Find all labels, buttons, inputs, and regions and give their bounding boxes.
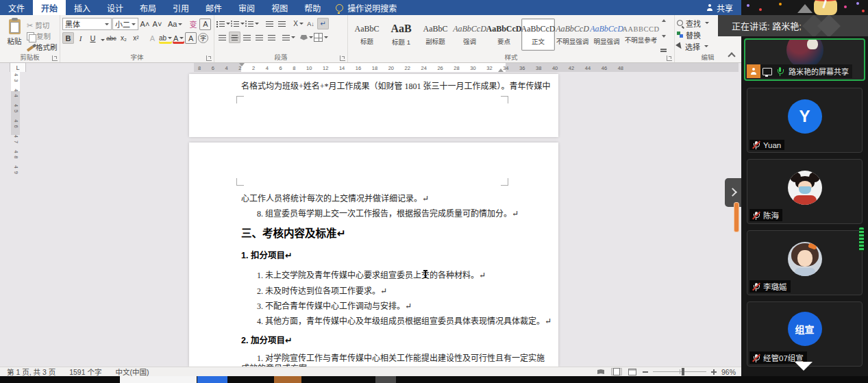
justify-button[interactable] bbox=[253, 32, 265, 43]
collapse-ribbon-button[interactable] bbox=[728, 52, 736, 58]
vertical-scrollbar-thumb[interactable] bbox=[734, 202, 739, 232]
horizontal-ruler[interactable]: L 8 6 4 2 2 4 6 8 10 12 14 16 18 20 22 2… bbox=[0, 63, 741, 72]
tab-references[interactable]: 引用 bbox=[164, 0, 197, 15]
scroll-down-indicator[interactable] bbox=[795, 362, 813, 371]
align-left-icon bbox=[219, 34, 226, 41]
align-left-button[interactable] bbox=[216, 32, 228, 43]
page-indicator[interactable]: 第 1 页, 共 3 页 bbox=[7, 367, 55, 377]
line-spacing-button[interactable] bbox=[282, 32, 295, 43]
distribute-button[interactable] bbox=[266, 32, 277, 43]
document-page-1[interactable]: 名格式均为班级+姓名+*月工作成果（如财管 1801 张三十一月工作成果）。青年… bbox=[189, 74, 558, 137]
increase-indent-button[interactable] bbox=[276, 18, 288, 29]
underline-button[interactable]: U bbox=[87, 32, 99, 44]
strikethrough-button[interactable]: abc bbox=[106, 32, 117, 44]
styles-dialog-launcher[interactable] bbox=[667, 55, 672, 61]
font-size-select[interactable]: 小二 bbox=[112, 18, 138, 30]
document-text-line: 8. 组宣委员每学期上交一次工作报告，根据报告完成质量可酌情加分。↵ bbox=[257, 207, 519, 219]
copy-button[interactable]: 复制 bbox=[27, 31, 58, 41]
tab-review[interactable]: 审阅 bbox=[230, 0, 263, 15]
style-chip-strong[interactable]: AaBbCcD要点 bbox=[487, 18, 521, 51]
vertical-ruler[interactable]: 43 44 45 46 47 48 49 bbox=[11, 72, 20, 135]
language-indicator[interactable]: 中文(中国) bbox=[115, 367, 149, 377]
screen-share-label: 路米艳的屏幕共享 bbox=[747, 64, 852, 78]
paste-button[interactable]: 粘贴 bbox=[2, 18, 27, 53]
video-tile-participant[interactable]: 组宣 经管07组宣 bbox=[747, 301, 863, 367]
zoom-level[interactable]: 96% bbox=[721, 368, 736, 376]
font-dialog-launcher[interactable] bbox=[206, 55, 212, 61]
style-chip-title[interactable]: AaBbC标题 bbox=[350, 18, 384, 51]
video-tile-participant[interactable]: 陈海 bbox=[747, 159, 863, 224]
video-tile-participant[interactable]: Y Yuan bbox=[747, 88, 863, 153]
document-page-2[interactable]: 心工作人员将统计每次的上交情况并做详细记录。↵ 8. 组宣委员每学期上交一次工作… bbox=[189, 143, 558, 367]
align-center-button[interactable] bbox=[229, 32, 240, 43]
font-name-select[interactable]: 黑体 bbox=[62, 18, 112, 30]
sort-button[interactable]: A↓ bbox=[305, 18, 317, 29]
shading-button[interactable] bbox=[300, 32, 313, 43]
print-layout-button[interactable] bbox=[611, 368, 622, 375]
first-line-indent-marker[interactable] bbox=[239, 63, 245, 66]
decrease-indent-button[interactable] bbox=[264, 18, 275, 29]
asian-layout-button[interactable]: X bbox=[293, 18, 304, 29]
zoom-out-button[interactable] bbox=[643, 371, 648, 373]
tab-layout[interactable]: 布局 bbox=[132, 0, 164, 15]
shrink-font-button[interactable]: A˅ bbox=[151, 18, 163, 30]
style-label: 不明显参考 bbox=[625, 35, 658, 45]
multilevel-list-button[interactable] bbox=[245, 18, 259, 29]
style-chip-subtle-emphasis[interactable]: AaBbCcD不明显强调 bbox=[556, 18, 589, 51]
read-mode-button[interactable] bbox=[595, 368, 606, 375]
video-tile-screen-share[interactable]: 路米艳的屏幕共享 bbox=[744, 38, 865, 81]
style-chip-emphasis[interactable]: AaBbCcD强调 bbox=[453, 18, 486, 51]
cut-button[interactable]: ✂剪切 bbox=[27, 20, 58, 30]
character-border-button[interactable]: A bbox=[199, 18, 211, 30]
borders-button[interactable] bbox=[314, 32, 328, 43]
style-chip-intense-emphasis[interactable]: AaBbCcD明显强调 bbox=[590, 18, 623, 51]
superscript-button[interactable]: x² bbox=[130, 32, 142, 44]
tab-home[interactable]: 开始 bbox=[33, 0, 66, 15]
show-hide-marks-button[interactable]: ↵ bbox=[317, 18, 329, 29]
numbering-button[interactable] bbox=[231, 18, 245, 29]
share-label: 共享 bbox=[717, 2, 733, 14]
style-chip-subtle-reference[interactable]: AABBCCD不明显参考 bbox=[624, 18, 658, 51]
bold-button[interactable]: B bbox=[62, 32, 74, 44]
select-button[interactable]: 选择 bbox=[677, 41, 739, 51]
tab-insert[interactable]: 插入 bbox=[66, 0, 99, 15]
italic-button[interactable]: I bbox=[75, 32, 86, 44]
video-tile-participant[interactable]: 李璐媱 bbox=[747, 230, 863, 295]
zoom-in-button[interactable] bbox=[711, 369, 717, 375]
zoom-slider-thumb[interactable] bbox=[682, 368, 684, 375]
styles-scroll-up-button[interactable] bbox=[662, 19, 666, 22]
styles-scroll-down-button[interactable] bbox=[662, 35, 666, 38]
zoom-slider[interactable] bbox=[653, 371, 706, 372]
bullets-button[interactable] bbox=[216, 18, 230, 29]
style-sample: AABBCCD bbox=[622, 25, 659, 33]
word-count[interactable]: 1591 个字 bbox=[69, 367, 101, 377]
web-layout-icon bbox=[628, 369, 636, 375]
style-chip-subtitle[interactable]: AaBbC副标题 bbox=[419, 18, 452, 51]
font-color-button[interactable]: A bbox=[173, 32, 184, 44]
phonetic-guide-button[interactable]: 变 bbox=[187, 18, 199, 30]
format-painter-button[interactable]: 格式刷 bbox=[27, 42, 58, 52]
confetti-dot bbox=[779, 3, 782, 5]
tab-view[interactable]: 视图 bbox=[263, 0, 296, 15]
tab-file[interactable]: 文件 bbox=[0, 0, 33, 15]
character-shading-button[interactable]: A bbox=[185, 32, 197, 44]
subscript-button[interactable]: x₂ bbox=[118, 32, 129, 44]
clipboard-group-label: 剪贴板 bbox=[0, 52, 60, 62]
tab-design[interactable]: 设计 bbox=[99, 0, 132, 15]
tab-help[interactable]: 帮助 bbox=[296, 0, 329, 15]
tab-mailings[interactable]: 邮件 bbox=[197, 0, 230, 15]
clear-formatting-button[interactable]: A bbox=[147, 32, 158, 44]
text-highlight-button[interactable]: ab bbox=[159, 32, 172, 44]
cursor-arrow-icon bbox=[675, 42, 684, 51]
enclose-characters-button[interactable]: 字 bbox=[197, 32, 209, 44]
style-chip-heading1[interactable]: AaB标题 1 bbox=[384, 18, 418, 51]
clipboard-dialog-launcher[interactable] bbox=[52, 55, 58, 61]
share-button[interactable]: 共享 bbox=[698, 0, 741, 15]
tell-me-search[interactable]: 操作说明搜索 bbox=[329, 0, 404, 15]
paragraph-dialog-launcher[interactable] bbox=[340, 55, 345, 61]
style-chip-normal[interactable]: AaBbCcD正文 bbox=[521, 18, 555, 51]
change-case-button[interactable]: Aa bbox=[168, 18, 182, 30]
align-right-button[interactable] bbox=[241, 32, 253, 43]
web-layout-button[interactable] bbox=[627, 368, 638, 375]
grow-font-button[interactable]: A˄ bbox=[139, 18, 151, 30]
